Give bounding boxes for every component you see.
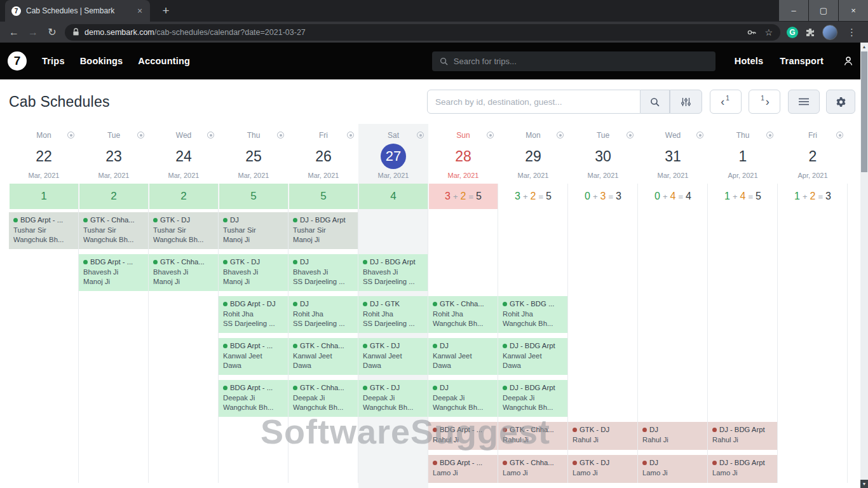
day-options-icon[interactable] (627, 132, 634, 139)
nav-bookings[interactable]: Bookings (80, 56, 123, 66)
cab-schedule-card[interactable]: GTK - Chha...Tushar SirWangchuk Bh... (79, 212, 148, 249)
cab-schedule-card[interactable]: BDG Arpt - DJRohit JhaSS Darjeeling ... (219, 296, 288, 333)
extensions-puzzle-icon[interactable] (805, 27, 815, 37)
nav-trips[interactable]: Trips (42, 56, 65, 66)
trip-driver-name: SS Darjeeling ... (293, 277, 354, 287)
cab-schedule-card[interactable]: GTK - Chha...Deepak JiWangchuk Bh... (288, 380, 358, 417)
browser-tab[interactable]: 7 Cab Schedules | Sembark × (5, 0, 150, 22)
day-header-fri-2[interactable]: Fri2Apr, 2021 (778, 130, 848, 184)
day-header-wed-24[interactable]: Wed24Mar, 2021 (149, 130, 219, 184)
schedule-search-input[interactable] (427, 90, 641, 114)
day-options-icon[interactable] (347, 132, 354, 139)
day-header-thu-25[interactable]: Thu25Mar, 2021 (219, 130, 288, 184)
day-options-icon[interactable] (137, 132, 144, 139)
cab-schedule-card[interactable]: DJLamo Ji (638, 455, 707, 483)
back-button[interactable]: ← (5, 24, 23, 41)
day-header-thu-1[interactable]: Thu1Apr, 2021 (708, 130, 778, 184)
trips-search-input[interactable] (454, 57, 708, 66)
cab-schedule-card[interactable]: GTK - BDG ...Rohit JhaWangchuk Bh... (498, 296, 567, 333)
day-options-icon[interactable] (557, 132, 564, 139)
settings-button[interactable] (826, 90, 855, 114)
cab-schedule-card[interactable]: GTK - Chha...Rahul Ji (498, 422, 567, 450)
url-bar[interactable]: demo.sembark.com/cab-schedules/calendar?… (65, 24, 780, 41)
day-header-fri-26[interactable]: Fri26Mar, 2021 (288, 130, 358, 184)
cab-schedule-card[interactable]: DJ - BDG ArptBhavesh JiSS Darjeeling ... (358, 254, 428, 291)
cab-schedule-card[interactable]: BDG Arpt - ...Tushar SirWangchuk Bh... (9, 212, 78, 249)
prev-page-button[interactable]: ‹1 (710, 90, 742, 114)
tab-close-icon[interactable]: × (135, 6, 145, 16)
list-view-button[interactable] (788, 90, 820, 114)
forward-button[interactable]: → (24, 24, 42, 41)
reload-button[interactable]: ↻ (43, 24, 61, 41)
trip-route: DJ (642, 425, 703, 435)
cab-schedule-card[interactable]: GTK - DJRahul Ji (568, 422, 637, 450)
day-options-icon[interactable] (67, 132, 74, 139)
trip-driver-name: Wangchuk Bh... (433, 319, 494, 329)
cab-schedule-card[interactable]: BDG Arpt - ...Kanwal JeetDawa (219, 338, 288, 375)
user-account-icon[interactable] (843, 55, 854, 67)
count-total: 4 (686, 191, 691, 202)
nav-hotels[interactable]: Hotels (735, 56, 764, 66)
cab-schedule-card[interactable]: GTK - DJDeepak JiWangchuk Bh... (358, 380, 428, 417)
cab-schedule-card[interactable]: BDG Arpt - ...Rahul Ji (428, 422, 498, 450)
filter-button[interactable] (670, 90, 702, 114)
search-button[interactable] (641, 90, 670, 114)
cab-schedule-card[interactable]: DJRahul Ji (638, 422, 707, 450)
password-key-icon[interactable] (747, 27, 757, 37)
cab-schedule-card[interactable]: DJRohit JhaSS Darjeeling ... (288, 296, 358, 333)
day-options-icon[interactable] (836, 132, 843, 139)
cab-schedule-card[interactable]: BDG Arpt - ...Lamo Ji (428, 455, 498, 483)
scroll-up-icon[interactable]: ▲ (860, 43, 868, 51)
day-options-icon[interactable] (207, 132, 214, 139)
browser-menu-icon[interactable]: ⋮ (844, 27, 859, 38)
day-options-icon[interactable] (277, 132, 284, 139)
cab-schedule-card[interactable]: GTK - Chha...Bhavesh JiManoj Ji (149, 254, 218, 291)
scrollbar-thumb[interactable] (861, 51, 867, 172)
sembark-logo[interactable]: 7 (8, 51, 27, 71)
day-header-wed-31[interactable]: Wed31Mar, 2021 (638, 130, 708, 184)
profile-avatar[interactable] (822, 25, 837, 40)
cab-schedule-card[interactable]: DJ - BDG ArptTushar SirManoj Ji (288, 212, 358, 249)
cab-schedule-card[interactable]: BDG Arpt - ...Bhavesh JiManoj Ji (79, 254, 148, 291)
day-header-sat-27[interactable]: Sat27Mar, 2021 (358, 130, 428, 184)
cab-schedule-card[interactable]: BDG Arpt - ...Deepak JiWangchuk Bh... (219, 380, 288, 417)
cab-schedule-card[interactable]: GTK - DJTushar SirWangchuk Bh... (149, 212, 218, 249)
cab-schedule-card[interactable]: DJ - BDG ArptKanwal JeetDawa (498, 338, 567, 375)
cab-schedule-card[interactable]: DJ - BDG ArptRahul Ji (708, 422, 777, 450)
next-page-button[interactable]: 1› (749, 90, 780, 114)
window-maximize-button[interactable]: ▢ (809, 0, 838, 21)
nav-accounting[interactable]: Accounting (138, 56, 190, 66)
trips-search[interactable] (432, 51, 715, 71)
day-options-icon[interactable] (766, 132, 773, 139)
bookmark-star-icon[interactable]: ☆ (764, 27, 773, 37)
day-header-mon-22[interactable]: Mon22Mar, 2021 (9, 130, 79, 184)
window-minimize-button[interactable]: – (779, 0, 808, 21)
day-options-icon[interactable] (487, 132, 494, 139)
scroll-down-icon[interactable]: ▼ (860, 480, 868, 488)
cab-schedule-card[interactable]: GTK - Chha...Kanwal JeetDawa (288, 338, 358, 375)
new-tab-button[interactable]: + (158, 4, 174, 18)
cab-schedule-card[interactable]: DJ - BDG ArptLamo Ji (708, 455, 777, 483)
nav-transport[interactable]: Transport (780, 56, 824, 66)
cab-schedule-card[interactable]: GTK - Chha...Lamo Ji (498, 455, 567, 483)
day-header-mon-29[interactable]: Mon29Mar, 2021 (498, 130, 568, 184)
count-total: 5 (476, 191, 482, 202)
grammarly-extension-icon[interactable]: G (787, 27, 798, 38)
day-header-tue-23[interactable]: Tue23Mar, 2021 (79, 130, 149, 184)
cab-schedule-card[interactable]: DJ - GTKRohit JhaSS Darjeeling ... (358, 296, 428, 333)
cab-schedule-card[interactable]: DJDeepak JiWangchuk Bh... (428, 380, 498, 417)
cab-schedule-card[interactable]: GTK - DJLamo Ji (568, 455, 637, 483)
cab-schedule-card[interactable]: DJKanwal JeetDawa (428, 338, 498, 375)
cab-schedule-card[interactable]: DJBhavesh JiSS Darjeeling ... (288, 254, 358, 291)
cab-schedule-card[interactable]: DJ - BDG ArptDeepak JiWangchuk Bh... (498, 380, 567, 417)
cab-schedule-card[interactable]: DJTushar SirManoj Ji (219, 212, 288, 249)
day-options-icon[interactable] (696, 132, 703, 139)
cab-schedule-card[interactable]: GTK - DJBhavesh JiManoj Ji (219, 254, 288, 291)
window-close-button[interactable]: × (839, 0, 868, 21)
cab-schedule-card[interactable]: GTK - Chha...Rohit JhaWangchuk Bh... (428, 296, 498, 333)
day-header-sun-28[interactable]: Sun28Mar, 2021 (428, 130, 498, 184)
day-options-icon[interactable] (417, 132, 424, 139)
page-scrollbar[interactable]: ▲ ▼ (860, 43, 868, 488)
cab-schedule-card[interactable]: GTK - DJKanwal JeetDawa (358, 338, 428, 375)
day-header-tue-30[interactable]: Tue30Mar, 2021 (568, 130, 638, 184)
